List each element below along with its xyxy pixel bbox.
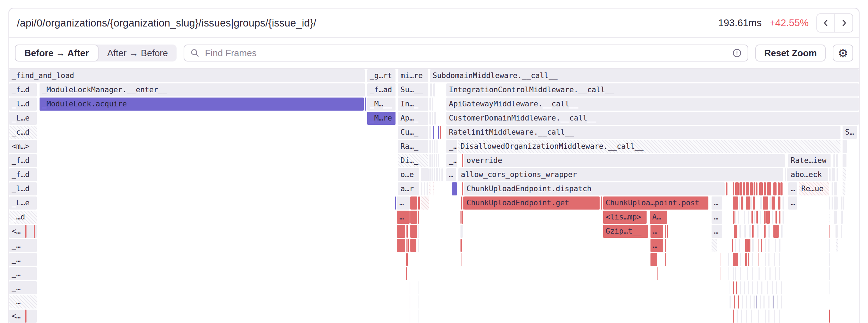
flame-sliver[interactable] bbox=[769, 267, 771, 280]
flame-sliver[interactable] bbox=[843, 196, 844, 210]
flame-frame[interactable]: _ModuleLockManager.__enter__ bbox=[40, 83, 365, 96]
flame-sliver[interactable] bbox=[733, 211, 735, 224]
flame-sliver[interactable] bbox=[752, 253, 753, 266]
flame-sliver[interactable] bbox=[406, 253, 408, 266]
flame-sliver[interactable] bbox=[460, 225, 463, 238]
flame-frame[interactable]: ApiGatewayMiddleware.__call__ bbox=[446, 98, 859, 111]
flame-sliver[interactable] bbox=[783, 196, 784, 210]
info-icon[interactable] bbox=[732, 48, 742, 58]
toggle-after-before[interactable]: After → Before bbox=[99, 45, 177, 61]
flame-sliver[interactable] bbox=[773, 225, 779, 238]
flame-frame[interactable]: _… bbox=[446, 140, 457, 153]
flame-sliver[interactable] bbox=[410, 310, 410, 323]
flame-sliver[interactable] bbox=[735, 239, 736, 252]
flame-sliver[interactable] bbox=[744, 281, 745, 294]
previous-button[interactable] bbox=[817, 14, 834, 32]
flame-sliver[interactable] bbox=[779, 239, 780, 252]
flame-frame[interactable]: _… bbox=[9, 239, 37, 252]
flame-frame[interactable]: allow_cors_options_wrapper bbox=[458, 168, 783, 181]
flame-sliver[interactable] bbox=[452, 182, 457, 195]
flame-frame[interactable]: … bbox=[650, 239, 663, 252]
flame-frame[interactable]: _f…d bbox=[9, 154, 37, 167]
flame-sliver[interactable] bbox=[436, 140, 438, 153]
flame-sliver[interactable] bbox=[775, 239, 776, 252]
flame-frame[interactable]: _f…d bbox=[9, 83, 37, 96]
flame-sliver[interactable] bbox=[760, 211, 761, 224]
flame-sliver[interactable] bbox=[779, 253, 780, 266]
flame-sliver[interactable] bbox=[735, 267, 736, 280]
flame-sliver[interactable] bbox=[757, 281, 758, 294]
flame-sliver[interactable] bbox=[433, 126, 434, 139]
flame-sliver[interactable] bbox=[432, 112, 433, 125]
flame-sliver[interactable] bbox=[843, 140, 847, 153]
flame-frame[interactable]: DisallowedOrganizationMiddleware.__call_… bbox=[458, 140, 840, 153]
flame-sliver[interactable] bbox=[775, 267, 776, 280]
flame-sliver[interactable] bbox=[829, 211, 830, 224]
flame-sliver[interactable] bbox=[768, 310, 769, 323]
flame-sliver[interactable] bbox=[763, 196, 768, 210]
flame-sliver[interactable] bbox=[419, 196, 420, 210]
flame-sliver[interactable] bbox=[767, 281, 768, 294]
flame-sliver[interactable] bbox=[438, 126, 439, 139]
flame-sliver[interactable] bbox=[418, 211, 419, 224]
flame-sliver[interactable] bbox=[773, 295, 774, 309]
flame-sliver[interactable] bbox=[418, 196, 419, 210]
flame-frame[interactable]: RatelimitMiddleware.__call__ bbox=[446, 126, 840, 139]
flame-sliver[interactable] bbox=[752, 281, 753, 294]
flame-frame[interactable]: <… bbox=[9, 310, 37, 323]
flame-sliver[interactable] bbox=[712, 239, 717, 252]
search-input[interactable] bbox=[204, 47, 728, 59]
flame-frame[interactable]: _M…__ bbox=[367, 98, 396, 111]
find-frames-field[interactable] bbox=[184, 45, 748, 61]
flame-sliver[interactable] bbox=[747, 267, 748, 280]
flame-sliver[interactable] bbox=[774, 310, 775, 323]
flame-frame[interactable]: _f…d bbox=[9, 168, 37, 181]
flame-sliver[interactable] bbox=[410, 196, 417, 210]
flame-sliver[interactable] bbox=[781, 281, 782, 294]
flame-sliver[interactable] bbox=[751, 310, 752, 323]
flame-sliver[interactable] bbox=[434, 140, 435, 153]
flame-frame[interactable]: IntegrationControlMiddleware.__call__ bbox=[446, 83, 859, 96]
flame-frame[interactable]: SubdomainMiddleware.__call__ bbox=[430, 69, 859, 82]
flame-sliver[interactable] bbox=[837, 168, 838, 181]
flame-sliver[interactable] bbox=[432, 140, 433, 153]
flame-frame[interactable]: <… bbox=[9, 225, 37, 238]
flame-sliver[interactable] bbox=[733, 196, 738, 210]
flame-sliver[interactable] bbox=[665, 239, 666, 252]
flame-sliver[interactable] bbox=[746, 196, 750, 210]
flame-frame[interactable]: _find_and_load bbox=[9, 69, 365, 82]
flame-sliver[interactable] bbox=[432, 98, 433, 111]
flame-sliver[interactable] bbox=[739, 182, 742, 195]
flame-frame[interactable]: _ModuleLock.acquire bbox=[40, 98, 364, 111]
flame-sliver[interactable] bbox=[760, 196, 762, 210]
flame-sliver[interactable] bbox=[829, 310, 830, 323]
flame-sliver[interactable] bbox=[421, 168, 429, 181]
flame-sliver[interactable] bbox=[768, 239, 769, 252]
flame-frame[interactable]: … bbox=[788, 196, 797, 210]
flame-sliver[interactable] bbox=[768, 253, 769, 266]
flame-sliver[interactable] bbox=[397, 225, 405, 238]
flame-frame[interactable]: _… bbox=[9, 267, 37, 280]
flame-sliver[interactable] bbox=[834, 196, 838, 210]
flame-sliver[interactable] bbox=[769, 196, 771, 210]
flame-frame[interactable]: In…_ bbox=[398, 98, 428, 111]
flame-frame[interactable]: Re…ue bbox=[799, 182, 829, 195]
flame-sliver[interactable] bbox=[768, 225, 770, 238]
flame-sliver[interactable] bbox=[733, 182, 734, 195]
flame-frame[interactable]: Su…__ bbox=[398, 83, 428, 96]
flame-sliver[interactable] bbox=[665, 225, 666, 238]
flame-sliver[interactable] bbox=[424, 182, 425, 195]
flame-frame[interactable]: ChunkUploadEndpoint.dispatch bbox=[464, 182, 725, 195]
flame-sliver[interactable] bbox=[730, 295, 731, 309]
flame-frame[interactable]: Rate…iew bbox=[788, 154, 831, 167]
flame-frame[interactable]: _g…rt bbox=[367, 69, 396, 82]
flame-sliver[interactable] bbox=[429, 182, 430, 195]
flame-sliver[interactable] bbox=[736, 281, 737, 294]
flame-sliver[interactable] bbox=[728, 253, 729, 266]
flame-sliver[interactable] bbox=[434, 154, 435, 167]
flame-sliver[interactable] bbox=[408, 239, 409, 252]
flame-sliver[interactable] bbox=[433, 83, 435, 96]
flame-sliver[interactable] bbox=[735, 182, 739, 195]
flame-sliver[interactable] bbox=[778, 182, 780, 195]
flame-sliver[interactable] bbox=[829, 196, 830, 210]
